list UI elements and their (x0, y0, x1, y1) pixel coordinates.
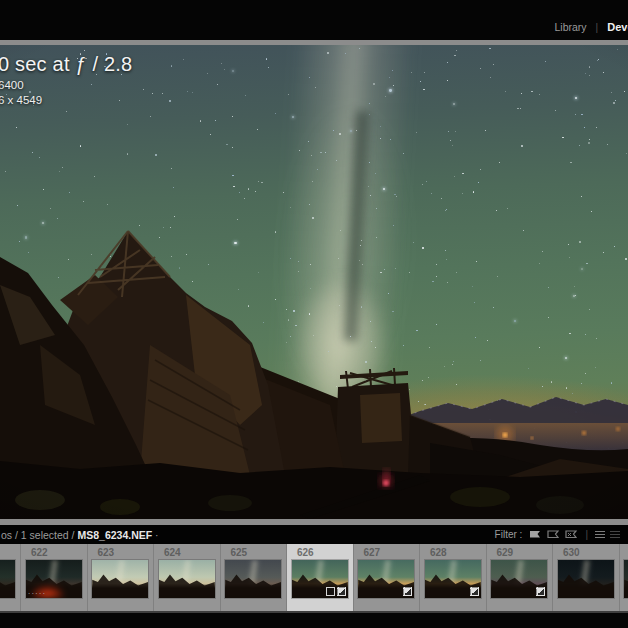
window-bottom-edge (0, 611, 628, 628)
frame-rating-dots: ····· (28, 590, 46, 598)
frame-badges (403, 587, 412, 596)
frame-thumbnail[interactable]: ····· (26, 560, 82, 598)
frame-index: 629 (487, 544, 553, 558)
frame-thumbnail[interactable] (292, 560, 348, 598)
frame-index: 628 (420, 544, 486, 558)
filmstrip-status-bar: os / 1 selected / MS8_6234.NEF · Filter … (0, 525, 628, 544)
filmstrip-frame[interactable]: 630 (552, 544, 619, 611)
filmstrip-filter-controls: Filter : | (495, 529, 620, 540)
filmstrip-frame[interactable]: 622····· (20, 544, 87, 611)
info-iso: 6400 (0, 80, 132, 92)
rating-filter-icon[interactable] (595, 531, 605, 538)
adjustment-badge-icon[interactable] (337, 587, 346, 596)
frame-thumbnail[interactable] (358, 560, 414, 598)
photo-info-overlay: 0 sec at ƒ / 2.8 6400 6 x 4549 (0, 54, 132, 106)
selected-filename[interactable]: MS8_6234.NEF (77, 529, 152, 541)
frame-thumbnail[interactable] (0, 560, 15, 598)
frame-index: 630 (553, 544, 619, 558)
filmstrip-cells: 621622·····623624625626627628629630631 (0, 544, 628, 611)
filmstrip-frame[interactable]: 623 (87, 544, 154, 611)
module-picker: Library | Develop (554, 21, 628, 33)
filter-separator: | (585, 529, 588, 540)
frame-index: 625 (221, 544, 287, 558)
filmstrip-frame[interactable]: 627 (353, 544, 420, 611)
selection-summary: os / 1 selected / MS8_6234.NEF · (1, 529, 159, 541)
adjustment-badge-icon[interactable] (403, 587, 412, 596)
selection-count-text: os / 1 selected / (1, 529, 77, 541)
frame-index: 626 (287, 544, 353, 558)
frame-index: 627 (354, 544, 420, 558)
vignette-overlay (0, 45, 628, 519)
label-filter-icon[interactable] (610, 531, 620, 538)
lightroom-window: Library | Develop (0, 0, 628, 628)
filmstrip-frame[interactable]: 625 (220, 544, 287, 611)
info-shutter-aperture: 0 sec at ƒ / 2.8 (0, 54, 132, 74)
frame-thumbnail[interactable] (624, 560, 628, 598)
frame-thumbnail[interactable] (92, 560, 148, 598)
frame-index: 624 (154, 544, 220, 558)
frame-badges (536, 587, 545, 596)
flag-unflagged-filter-icon[interactable] (547, 530, 560, 540)
frame-thumbnail[interactable] (159, 560, 215, 598)
frame-index: 631 (620, 544, 628, 558)
frame-index: 622 (21, 544, 87, 558)
filmstrip-frame[interactable]: 629 (486, 544, 553, 611)
filmstrip-frame[interactable]: 621 (0, 544, 20, 611)
filmstrip: 621622·····623624625626627628629630631 (0, 544, 628, 611)
module-tab-library[interactable]: Library (554, 21, 586, 33)
module-separator: | (596, 22, 599, 33)
module-picker-bar: Library | Develop (0, 0, 628, 40)
flag-pick-filter-icon[interactable] (529, 530, 542, 540)
crop-badge-icon[interactable] (326, 587, 335, 596)
frame-badges (326, 587, 346, 596)
filmstrip-frame[interactable]: 628 (419, 544, 486, 611)
photo-canvas[interactable]: 0 sec at ƒ / 2.8 6400 6 x 4549 (0, 45, 628, 519)
filter-label: Filter : (495, 529, 523, 540)
flag-reject-filter-icon[interactable] (565, 530, 578, 540)
thumbnail-terrain (0, 560, 15, 598)
frame-badges (470, 587, 479, 596)
info-dimensions: 6 x 4549 (0, 95, 132, 107)
filmstrip-frame[interactable]: 631 (619, 544, 628, 611)
adjustment-badge-icon[interactable] (536, 587, 545, 596)
frame-index: 621 (0, 544, 20, 558)
frame-thumbnail[interactable] (225, 560, 281, 598)
frame-index: 623 (88, 544, 154, 558)
module-tab-develop[interactable]: Develop (607, 21, 628, 33)
filmstrip-frame[interactable]: 626 (286, 544, 353, 611)
frame-thumbnail[interactable] (558, 560, 614, 598)
filename-suffix: · (155, 529, 159, 541)
adjustment-badge-icon[interactable] (470, 587, 479, 596)
thumbnail-terrain (624, 560, 628, 598)
frame-thumbnail[interactable] (491, 560, 547, 598)
frame-thumbnail[interactable] (425, 560, 481, 598)
filmstrip-frame[interactable]: 624 (153, 544, 220, 611)
